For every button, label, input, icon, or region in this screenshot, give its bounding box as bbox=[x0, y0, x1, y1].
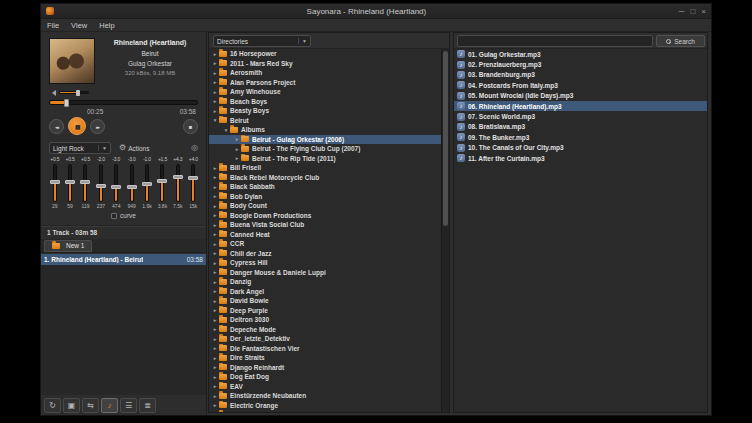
chevron-right-icon[interactable]: ▸ bbox=[211, 317, 219, 323]
chevron-right-icon[interactable]: ▸ bbox=[211, 79, 219, 85]
chevron-right-icon[interactable]: ▸ bbox=[211, 307, 219, 313]
tree-item[interactable]: ▸Dire Straits bbox=[209, 353, 441, 363]
chevron-right-icon[interactable]: ▸ bbox=[211, 70, 219, 76]
tree-item[interactable]: ▸Deltron 3030 bbox=[209, 315, 441, 325]
file-item[interactable]: ♪11. After the Curtain.mp3 bbox=[454, 153, 707, 163]
tree-item[interactable]: ▸Deep Purple bbox=[209, 306, 441, 316]
tree-item[interactable]: ▸Bob Dylan bbox=[209, 192, 441, 202]
chevron-right-icon[interactable]: ▸ bbox=[211, 203, 219, 209]
file-item[interactable]: ♪02. Prenzlauerberg.mp3 bbox=[454, 59, 707, 69]
tree-item[interactable]: ▸Django Reinhardt bbox=[209, 363, 441, 373]
file-item[interactable]: ♪07. Scenic World.mp3 bbox=[454, 111, 707, 121]
tree-item[interactable]: ▸EAV bbox=[209, 382, 441, 392]
chevron-right-icon[interactable]: ▸ bbox=[233, 146, 241, 152]
search-input[interactable] bbox=[457, 35, 653, 47]
stop-button[interactable]: ■ bbox=[183, 119, 198, 134]
eq-slider-29[interactable] bbox=[47, 164, 62, 202]
tree-item[interactable]: ▸Buena Vista Social Club bbox=[209, 220, 441, 230]
file-item[interactable]: ♪06. Rhineland (Heartland).mp3 bbox=[454, 101, 707, 111]
tree-scrollbar-thumb[interactable] bbox=[443, 51, 448, 226]
chevron-right-icon[interactable]: ▸ bbox=[211, 383, 219, 389]
tree-item[interactable]: ▸Aerosmith bbox=[209, 68, 441, 78]
tree-item[interactable]: ▸CCR bbox=[209, 239, 441, 249]
tree-item[interactable]: ▸Amy Winehouse bbox=[209, 87, 441, 97]
chevron-right-icon[interactable]: ▸ bbox=[211, 260, 219, 266]
eq-handle[interactable] bbox=[111, 185, 121, 189]
curve-checkbox[interactable] bbox=[111, 213, 117, 219]
title-bar[interactable]: Sayonara - Rhineland (Heartland) ─□× bbox=[41, 4, 711, 19]
eq-handle[interactable] bbox=[142, 182, 152, 186]
chevron-right-icon[interactable]: ▸ bbox=[211, 222, 219, 228]
tree-item[interactable]: ▸Black Rebel Motorcycle Club bbox=[209, 173, 441, 183]
tree-item[interactable]: ▸Canned Heat bbox=[209, 230, 441, 240]
chevron-right-icon[interactable]: ▸ bbox=[211, 355, 219, 361]
equalizer-button[interactable]: ≣ bbox=[139, 398, 156, 413]
chevron-right-icon[interactable]: ▸ bbox=[211, 298, 219, 304]
chevron-right-icon[interactable]: ▸ bbox=[211, 98, 219, 104]
tree-item[interactable]: ▸Cypress Hill bbox=[209, 258, 441, 268]
tree-item[interactable]: ▸Dark Angel bbox=[209, 287, 441, 297]
chevron-right-icon[interactable]: ▸ bbox=[211, 51, 219, 57]
append-button[interactable]: ♪ bbox=[101, 398, 118, 413]
tree-item[interactable]: ▸2011 - Mars Red Sky bbox=[209, 59, 441, 69]
chevron-right-icon[interactable]: ▸ bbox=[211, 393, 219, 399]
tree-item[interactable]: ▸Depeche Mode bbox=[209, 325, 441, 335]
tree-item[interactable]: ▸Chili der Jazz bbox=[209, 249, 441, 259]
chevron-right-icon[interactable]: ▸ bbox=[211, 269, 219, 275]
menu-help[interactable]: Help bbox=[93, 21, 120, 30]
eq-slider-949[interactable] bbox=[124, 164, 139, 202]
playlist-tab[interactable]: New 1 bbox=[44, 240, 92, 252]
tree-item[interactable]: ▸Bill Frisell bbox=[209, 163, 441, 173]
menu-file[interactable]: File bbox=[41, 21, 65, 30]
next-button[interactable]: ▸▸ bbox=[90, 119, 105, 134]
eq-slider-119[interactable] bbox=[78, 164, 93, 202]
library-view-select[interactable]: Directories ▼ bbox=[213, 35, 311, 47]
chevron-right-icon[interactable]: ▸ bbox=[211, 402, 219, 408]
seek-handle[interactable] bbox=[64, 99, 69, 107]
tree-item[interactable]: ▸Black Sabbath bbox=[209, 182, 441, 192]
dynamic-button[interactable]: ▣ bbox=[63, 398, 80, 413]
tree-item[interactable]: ▾Albums bbox=[209, 125, 441, 135]
eq-slider-59[interactable] bbox=[62, 164, 77, 202]
eq-slider-474[interactable] bbox=[109, 164, 124, 202]
file-item[interactable]: ♪01. Gulag Orkestar.mp3 bbox=[454, 49, 707, 59]
tree-item[interactable]: ▾Beirut bbox=[209, 116, 441, 126]
album-art[interactable] bbox=[49, 38, 95, 84]
chevron-right-icon[interactable]: ▸ bbox=[211, 288, 219, 294]
eq-handle[interactable] bbox=[173, 175, 183, 179]
tree-item[interactable]: ▸16 Horsepower bbox=[209, 49, 441, 59]
repeat-button[interactable]: ↻ bbox=[44, 398, 61, 413]
eq-slider-237[interactable] bbox=[93, 164, 108, 202]
chevron-right-icon[interactable]: ▸ bbox=[211, 212, 219, 218]
play-pause-button[interactable]: ▮▮ bbox=[68, 117, 86, 135]
eq-slider-3.8k[interactable] bbox=[155, 164, 170, 202]
tree-scrollbar[interactable] bbox=[441, 49, 449, 412]
eq-handle[interactable] bbox=[50, 180, 60, 184]
seek-slider[interactable] bbox=[49, 100, 198, 105]
chevron-right-icon[interactable]: ▸ bbox=[211, 336, 219, 342]
volume-slider[interactable] bbox=[59, 91, 89, 94]
previous-button[interactable]: ◂◂ bbox=[49, 119, 64, 134]
chevron-right-icon[interactable]: ▸ bbox=[211, 108, 219, 114]
tree-item[interactable]: ▸Dog Eat Dog bbox=[209, 372, 441, 382]
list-button[interactable]: ☰ bbox=[120, 398, 137, 413]
file-item[interactable]: ♪10. The Canals of Our City.mp3 bbox=[454, 143, 707, 153]
chevron-right-icon[interactable]: ▸ bbox=[211, 345, 219, 351]
tree-item[interactable]: ▸Die Fantastischen Vier bbox=[209, 344, 441, 354]
broadcast-icon[interactable]: ◎ bbox=[191, 142, 198, 154]
eq-slider-7.5k[interactable] bbox=[170, 164, 185, 202]
volume-handle[interactable] bbox=[76, 90, 80, 96]
tree-item[interactable]: ▸Einstürzende Neubauten bbox=[209, 391, 441, 401]
equalizer-preset-select[interactable]: Light Rock ▼ bbox=[49, 142, 111, 154]
chevron-right-icon[interactable]: ▸ bbox=[211, 279, 219, 285]
chevron-right-icon[interactable]: ▸ bbox=[211, 250, 219, 256]
eq-handle[interactable] bbox=[80, 180, 90, 184]
chevron-right-icon[interactable]: ▸ bbox=[211, 193, 219, 199]
shuffle-button[interactable]: ⇆ bbox=[82, 398, 99, 413]
tree-item[interactable]: ▸Danzig bbox=[209, 277, 441, 287]
tree-item[interactable]: ▸Der_letzte_Detektiv bbox=[209, 334, 441, 344]
chevron-right-icon[interactable]: ▸ bbox=[211, 184, 219, 190]
eq-handle[interactable] bbox=[127, 185, 137, 189]
eq-slider-1.9k[interactable] bbox=[139, 164, 154, 202]
search-button[interactable]: Search bbox=[656, 35, 705, 47]
